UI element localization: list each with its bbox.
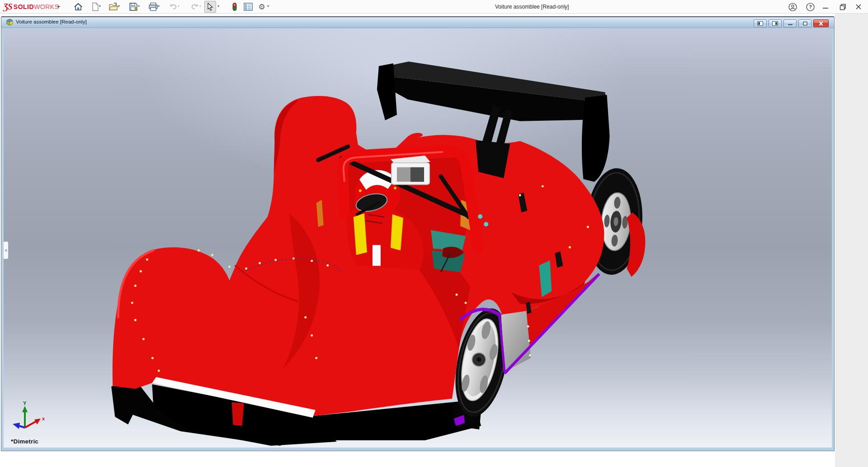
save-caret-icon[interactable]: ▾ [137,4,141,8]
user-account-icon [788,3,797,11]
document-minimize-button[interactable] [783,19,797,27]
restore-icon [840,4,846,10]
close-button[interactable] [851,0,866,14]
assembly-document-icon [6,19,14,28]
document-restore-icon [802,21,808,26]
tile-right-button[interactable] [769,19,782,27]
document-minimize-icon [788,21,793,26]
help-icon: ? [806,3,815,11]
tile-left-button[interactable] [754,19,767,27]
minimize-icon [822,4,829,10]
solidworks-logo: ƷS SOLIDWORKS [4,2,59,12]
3d-model-canvas[interactable] [4,29,832,448]
task-pane-gutter [835,14,868,467]
print-caret-icon[interactable]: ▾ [156,4,161,8]
rearview-mirror [391,156,430,185]
selection-lights-icon [232,2,237,11]
open-caret-icon[interactable]: ▾ [117,4,121,8]
reference-triad: Y x [6,400,52,438]
display-pane-button[interactable] [242,1,254,13]
restore-button[interactable] [835,0,850,14]
redo-caret-icon: ▾ [198,4,203,8]
document-restore-button[interactable] [798,19,811,27]
view-orientation-label: *Dimetric [11,438,38,445]
select-tool-caret-icon[interactable]: ▾ [216,4,221,8]
document-close-button[interactable] [813,19,829,27]
tile-left-icon [757,21,763,26]
main-titlebar: ƷS SOLIDWORKS ▸ ▾ ▾ [0,0,868,14]
solidworks-mark-icon: ƷS [4,2,12,12]
document-title: Voiture assomblee [Read-only] [16,19,87,24]
tile-right-icon [772,21,778,26]
selection-lights-button[interactable] [229,1,241,13]
help-button[interactable]: ? [802,0,818,14]
window-title: Voiture assomblee [Read-only] [495,4,569,10]
home-button[interactable] [72,1,84,13]
document-close-icon [818,21,824,26]
triad-y-label: Y [23,400,27,406]
featuremanager-splitter-tab[interactable] [4,241,9,259]
triad-x-label: x [42,416,45,421]
graphics-viewport[interactable]: Y x *Dimetric [4,29,832,448]
select-cursor-icon [207,3,214,11]
display-pane-icon [244,3,253,11]
select-tool-button[interactable] [204,1,216,13]
user-account-button[interactable] [785,0,800,14]
document-window: Voiture assomblee [Read-only] [1,16,835,451]
close-icon [855,4,862,10]
brand-works-text: WORKS [34,3,59,10]
options-caret-icon[interactable]: ▾ [266,4,270,8]
toolbar-flyout-arrow-icon[interactable]: ▸ [58,4,60,9]
minimize-button[interactable] [818,0,833,14]
brand-solid-text: SOLID [14,3,34,10]
document-titlebar[interactable]: Voiture assomblee [Read-only] [1,17,834,28]
undo-caret-icon: ▾ [176,4,181,8]
svg-text:?: ? [809,4,812,10]
gear-icon: ⚙ [258,3,265,11]
new-document-caret-icon[interactable]: ▾ [98,4,102,8]
splitter-grip-icon [5,249,7,252]
home-icon [74,2,83,11]
